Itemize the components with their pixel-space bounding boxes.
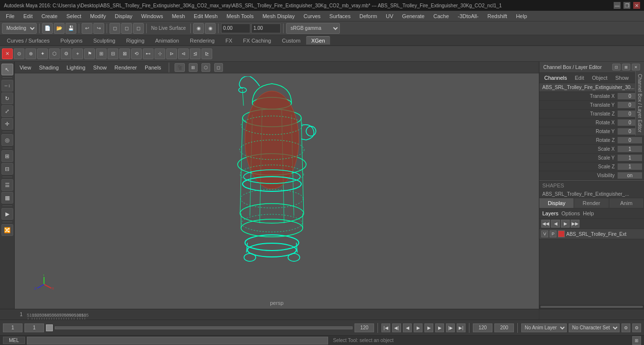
frame-slider-thumb[interactable] [46,324,53,331]
menu-item-modify[interactable]: Modify [86,12,110,20]
play-button[interactable]: ▶ [414,323,422,332]
menu-item-deform[interactable]: Deform [355,12,381,20]
paint-button[interactable]: ◻ [133,23,144,34]
lasso-button[interactable]: ◻ [121,23,132,34]
tool14-button[interactable]: ⊹ [155,48,165,59]
menu-item-display[interactable]: Display [111,12,136,20]
tool15-button[interactable]: ⊳ [166,48,177,59]
tool5-button[interactable]: ⬡ [49,48,60,59]
scale-tool-button[interactable]: ⤢ [1,105,13,117]
cb-close-button[interactable]: ✕ [632,64,640,70]
vp-wireframe-button[interactable]: ⬡ [201,63,210,72]
anim-layer-select[interactable]: No Anim Layer [521,323,567,332]
universal-button[interactable]: ✛ [1,118,13,130]
tab-rendering[interactable]: Rendering [185,37,220,45]
layer-button[interactable]: ▦ [1,192,13,204]
char-settings-button[interactable]: ⚙ [632,323,641,332]
select-tool-button[interactable]: ↖ [1,64,13,75]
render-tab[interactable]: Render [574,198,609,208]
menu-item-redshift[interactable]: Redshift [484,12,511,20]
snap-button[interactable]: ⊞ [1,150,13,162]
layer-end-button[interactable]: ▶▶ [571,220,579,228]
status-settings-button[interactable]: ⊞ [632,336,641,345]
lighting-menu[interactable]: Lighting [65,65,88,70]
layer-visibility-button[interactable]: V [541,230,548,237]
max-frame-input[interactable] [494,323,514,332]
menu-item-cache[interactable]: Cache [429,12,453,20]
channel-value-input[interactable] [618,137,642,143]
ipr-button[interactable]: ◉ [205,23,216,34]
tool11-button[interactable]: ⊠ [119,48,130,59]
menu-item-windows[interactable]: Windows [137,12,167,20]
menu-item--3dtoall-[interactable]: -3DtoAll- [454,12,483,20]
anim-settings-button[interactable]: ⚙ [622,323,630,332]
snap2-button[interactable]: ⊟ [1,163,13,175]
mel-input[interactable] [27,337,328,345]
render-button[interactable]: ◉ [193,23,204,34]
tool8-button[interactable]: ⚑ [84,48,95,59]
next-key-button[interactable]: |▶ [446,323,455,332]
help-tab[interactable]: Help [583,210,594,216]
end-frame-max-input[interactable] [473,323,492,332]
vp-smooth-button[interactable]: ◻ [214,63,223,72]
tool3-button[interactable]: ⊕ [25,48,36,59]
shading-menu[interactable]: Shading [37,65,61,70]
view-menu[interactable]: View [18,65,33,70]
tool6-button[interactable]: ⚙ [61,48,71,59]
layers-tab[interactable]: Layers [542,210,558,216]
move-tool-button[interactable]: ↔↕ [1,80,13,92]
menu-item-create[interactable]: Create [38,12,62,20]
select-button[interactable]: ◻ [110,23,120,34]
menu-item-generate[interactable]: Generate [398,12,428,20]
open-button[interactable]: 📂 [54,23,65,34]
play-start-button[interactable]: |◀ [381,323,390,332]
menu-item-file[interactable]: File [2,12,19,20]
vp-camera-button[interactable]: 🎥 [175,63,185,72]
tool13-button[interactable]: ⊷ [143,48,154,59]
tab-xgen[interactable]: XGen [306,36,330,45]
tool2-button[interactable]: ⊙ [14,48,24,59]
value2-input[interactable]: 1.00 [251,23,281,33]
timeline-ruler[interactable]: 5101520253035404550556065707580859095100… [24,309,539,320]
value1-input[interactable]: 0.00 [221,23,250,33]
xgen-active-button[interactable]: ✕ [2,48,13,59]
tool18-button[interactable]: ⊵ [201,48,212,59]
right-panel-scrollbar[interactable] [539,305,644,309]
vp-grid-button[interactable]: ⊞ [189,63,198,72]
tab-fx-caching[interactable]: FX Caching [238,37,276,45]
menu-item-uv[interactable]: UV [382,12,397,20]
menu-item-select[interactable]: Select [63,12,86,20]
channels-menu[interactable]: Channels [542,74,569,81]
show-menu[interactable]: Show [613,74,631,81]
colorspace-dropdown[interactable]: sRGB gamma [286,23,340,34]
tool4-button[interactable]: ✦ [37,48,48,59]
object-menu[interactable]: Object [590,74,609,81]
tab-animation[interactable]: Animation [150,37,184,45]
options-tab[interactable]: Options [561,210,580,216]
mode-dropdown[interactable]: Modeling [2,23,37,34]
anim-tab[interactable]: Anim [609,198,644,208]
tool17-button[interactable]: ⊴ [190,48,200,59]
tab-polygons[interactable]: Polygons [55,37,87,45]
render-view-button[interactable]: ▶ [1,208,13,220]
undo-button[interactable]: ↩ [82,23,92,34]
soft-select-button[interactable]: ◎ [1,134,13,146]
redo-button[interactable]: ↪ [93,23,104,34]
menu-item-mesh-display[interactable]: Mesh Display [259,12,299,20]
channel-value-input[interactable] [618,155,642,161]
prev-frame-button[interactable]: ◀ [403,323,412,332]
layer-next-button[interactable]: ▶ [561,220,570,228]
menu-item-surfaces[interactable]: Surfaces [326,12,355,20]
current-frame-input[interactable] [24,323,44,332]
play-fwd-button[interactable]: ▶ [424,323,433,332]
attribute-editor-side-tab[interactable]: Channel Box / Layer Editor [635,71,644,136]
navigate-button[interactable]: 🔀 [1,224,13,236]
menu-item-edit-mesh[interactable]: Edit Mesh [190,12,222,20]
edit-menu[interactable]: Edit [573,74,586,81]
prev-key-button[interactable]: ◀| [392,323,401,332]
close-button[interactable]: ✕ [633,2,640,9]
menu-item-curves[interactable]: Curves [300,12,325,20]
next-frame-button[interactable]: ▶ [435,323,444,332]
layer-back-button[interactable]: ◀ [551,220,560,228]
minimize-button[interactable]: — [614,2,621,9]
